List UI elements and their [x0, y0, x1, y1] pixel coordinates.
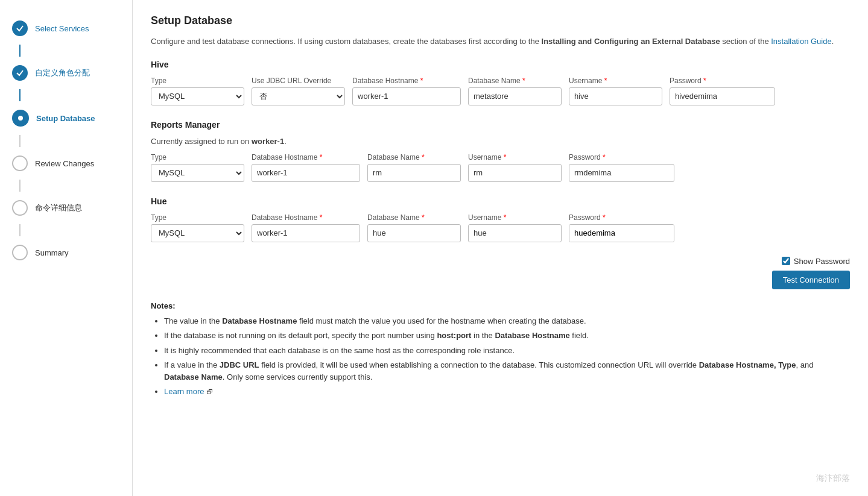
reports-manager-title: Reports Manager	[151, 120, 850, 130]
sidebar-item-review-changes[interactable]: Review Changes	[0, 147, 132, 180]
test-connection-button[interactable]: Test Connection	[772, 271, 850, 289]
sidebar-item-command-detail[interactable]: 命令详细信息	[0, 192, 132, 224]
hue-password-group: Password * 🔒⌄	[569, 213, 674, 242]
show-password-checkbox[interactable]	[782, 257, 790, 265]
hue-username-label: Username *	[468, 213, 562, 222]
note-item-1: The value in the Database Hostname field…	[164, 315, 850, 327]
hive-type-group: Type MySQL PostgreSQL Oracle	[151, 77, 244, 105]
note-4-bold1: JDBC URL	[220, 360, 259, 369]
hive-username-group: Username *	[569, 77, 662, 105]
connector-2	[19, 89, 21, 101]
hive-password-label: Password *	[670, 77, 775, 85]
hue-type-group: Type MySQL PostgreSQL Oracle	[151, 213, 244, 242]
hive-hostname-input[interactable]	[352, 87, 461, 105]
hue-dbname-label: Database Name *	[367, 213, 461, 222]
rm-password-star: *	[603, 153, 606, 162]
hue-username-star: *	[504, 213, 507, 222]
installation-guide-link[interactable]: Installation Guide	[771, 37, 831, 46]
note-item-3: It is highly recommended that each datab…	[164, 345, 850, 357]
hue-dbname-input[interactable]	[367, 224, 461, 242]
sidebar: Select Services 自定义角色分配 Setup Database R…	[0, 0, 133, 496]
rm-password-label: Password *	[569, 153, 674, 162]
rm-username-label: Username *	[468, 153, 562, 162]
hive-dbname-star: *	[522, 77, 525, 85]
svg-point-0	[18, 116, 23, 121]
rm-password-input[interactable]	[569, 164, 674, 182]
hive-username-input[interactable]	[569, 87, 662, 105]
hue-hostname-label: Database Hostname *	[252, 213, 360, 222]
note-4-bold2: Database Hostname, Type	[699, 360, 796, 369]
hue-password-input[interactable]	[569, 225, 674, 242]
rm-dbname-star: *	[422, 153, 425, 162]
hive-hostname-star: *	[420, 77, 423, 85]
hive-type-label: Type	[151, 77, 244, 85]
step-icon-review-changes	[12, 155, 28, 171]
rm-type-select[interactable]: MySQL PostgreSQL Oracle	[151, 164, 244, 182]
hive-jdbc-label: Use JDBC URL Override	[252, 77, 345, 85]
note-2-bold2: Database Hostname	[495, 331, 569, 340]
step-icon-summary	[12, 245, 28, 260]
show-password-label[interactable]: Show Password	[794, 257, 850, 266]
sidebar-item-summary[interactable]: Summary	[0, 236, 132, 269]
hue-hostname-star: *	[320, 213, 323, 222]
desc-text-1: Configure and test database connections.…	[151, 37, 542, 46]
sidebar-item-custom-role[interactable]: 自定义角色分配	[0, 57, 132, 89]
hive-section: Hive Type MySQL PostgreSQL Oracle Use JD…	[151, 60, 850, 105]
sidebar-label-summary: Summary	[35, 248, 69, 257]
hue-type-select[interactable]: MySQL PostgreSQL Oracle	[151, 224, 244, 242]
watermark: 海汴部落	[816, 473, 850, 484]
sidebar-label-select-services: Select Services	[35, 24, 89, 33]
step-icon-setup-database	[12, 110, 29, 127]
notes-title-text: Notes	[151, 301, 173, 310]
hive-dbname-group: Database Name *	[468, 77, 562, 105]
hue-password-label: Password *	[569, 213, 674, 222]
main-content: Setup Database Configure and test databa…	[133, 0, 868, 496]
rm-username-group: Username *	[468, 153, 562, 182]
sidebar-item-setup-database[interactable]: Setup Database	[0, 101, 132, 135]
show-password-row: Show Password	[151, 257, 850, 266]
rm-dbname-label: Database Name *	[367, 153, 461, 162]
rm-username-input[interactable]	[468, 164, 562, 182]
sidebar-label-custom-role: 自定义角色分配	[35, 67, 90, 78]
notes-title: Notes:	[151, 301, 850, 310]
hive-type-select[interactable]: MySQL PostgreSQL Oracle	[151, 87, 244, 105]
rm-password-group: Password *	[569, 153, 674, 182]
hive-password-group: Password *	[670, 77, 775, 105]
reports-manager-sub-info: Currently assigned to run on worker-1.	[151, 137, 850, 146]
learn-more-link[interactable]: Learn more	[164, 387, 204, 396]
hive-dbname-input[interactable]	[468, 87, 562, 105]
desc-text-2: section of the	[720, 37, 771, 46]
connector-5	[19, 224, 21, 236]
sidebar-item-select-services[interactable]: Select Services	[0, 12, 132, 45]
hive-hostname-label: Database Hostname *	[352, 77, 461, 85]
rm-hostname-input[interactable]	[252, 164, 360, 182]
reports-manager-host: worker-1	[252, 137, 284, 146]
connector-4	[19, 180, 21, 192]
notes-list: The value in the Database Hostname field…	[151, 315, 850, 398]
hive-username-label: Username *	[569, 77, 662, 85]
hive-jdbc-select[interactable]: 否 是	[252, 87, 345, 105]
hue-username-group: Username *	[468, 213, 562, 242]
hue-section: Hue Type MySQL PostgreSQL Oracle Databas…	[151, 196, 850, 242]
external-link-icon: 🗗	[206, 388, 213, 395]
note-4-bold3: Database Name	[164, 372, 223, 381]
hue-password-star: *	[603, 213, 606, 222]
desc-end: .	[832, 37, 834, 46]
rm-hostname-label: Database Hostname *	[252, 153, 360, 162]
hue-hostname-input[interactable]	[252, 224, 360, 242]
hive-password-input[interactable]	[670, 87, 775, 105]
rm-username-star: *	[504, 153, 507, 162]
rm-dbname-input[interactable]	[367, 164, 461, 182]
hue-type-label: Type	[151, 213, 244, 222]
hue-dbname-group: Database Name *	[367, 213, 461, 242]
desc-bold: Installing and Configuring an External D…	[542, 37, 720, 46]
reports-manager-section: Reports Manager Currently assigned to ru…	[151, 120, 850, 182]
reports-manager-form-row: Type MySQL PostgreSQL Oracle Database Ho…	[151, 153, 850, 182]
note-1-bold: Database Hostname	[222, 316, 297, 325]
hive-hostname-group: Database Hostname *	[352, 77, 461, 105]
note-item-4: If a value in the JDBC URL field is prov…	[164, 359, 850, 383]
step-icon-custom-role	[12, 65, 28, 81]
hue-username-input[interactable]	[468, 224, 562, 242]
rm-hostname-star: *	[320, 153, 323, 162]
hive-dbname-label: Database Name *	[468, 77, 562, 85]
